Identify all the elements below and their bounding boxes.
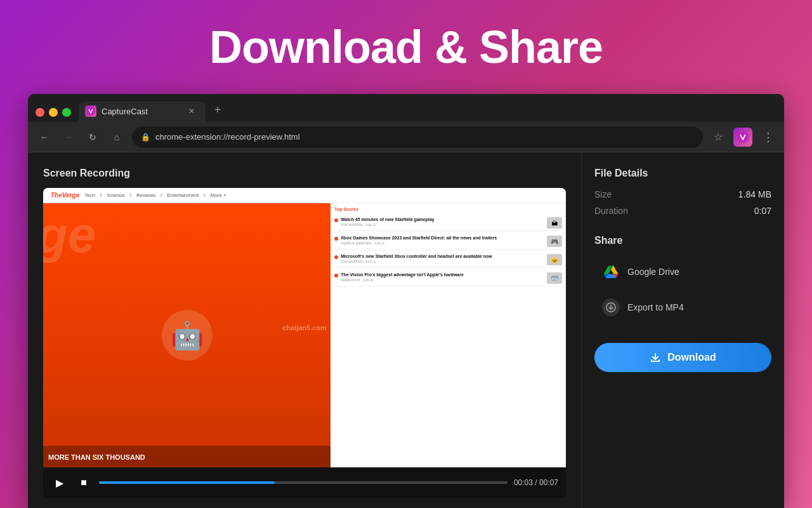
story-text-1: Watch 45 minutes of new Starfield gamepl… (341, 217, 544, 227)
share-title: Share (594, 235, 771, 246)
duration-row: Duration 0:07 (594, 206, 771, 216)
nav-more: More + (211, 192, 226, 198)
verge-logo: TheVerge (51, 192, 79, 199)
svg-point-0 (86, 107, 95, 116)
video-thumbnail: TheVerge Tech / Science / Reviews / Ente… (43, 188, 566, 467)
file-details-section: File Details Size 1.84 MB Duration 0:07 (594, 168, 771, 222)
browser-menu-button[interactable]: ⋮ (759, 128, 776, 146)
page-content: Screen Recording TheVerge Tech / Science… (28, 152, 784, 508)
story-img-3: 🐱 (547, 254, 562, 265)
hero-text: More than six thousand (43, 446, 331, 467)
verge-header: TheVerge Tech / Science / Reviews / Ente… (43, 188, 566, 203)
address-bar: ← → ↻ ⌂ 🔒 chrome-extension://record-prev… (28, 122, 784, 152)
verge-body: ge 🤖 More than six thousand Top Stories (43, 203, 566, 467)
nav-tech: Tech (84, 192, 95, 198)
google-drive-icon (602, 263, 620, 281)
maximize-window-button[interactable] (62, 108, 71, 117)
url-text: chrome-extension://record-preview.html (155, 132, 300, 142)
story-dot-4 (334, 274, 338, 277)
new-tab-button[interactable]: + (208, 100, 227, 119)
size-row: Size 1.84 MB (594, 189, 771, 199)
active-tab[interactable]: CaptureCast ✕ (79, 102, 206, 122)
story-img-1: 🏔 (547, 217, 562, 229)
story-dot (334, 218, 338, 222)
reddit-logo: 🤖 (162, 310, 213, 361)
download-label: Download (667, 352, 716, 363)
share-section: Share Google Drive (594, 235, 771, 328)
video-player: TheVerge Tech / Science / Reviews / Ente… (43, 188, 566, 498)
reload-button[interactable]: ↻ (84, 128, 102, 146)
secure-icon: 🔒 (141, 133, 150, 142)
tab-close-button[interactable]: ✕ (187, 106, 197, 116)
nav-science: Science (107, 192, 124, 198)
minimize-window-button[interactable] (49, 108, 58, 117)
stop-button[interactable]: ■ (75, 474, 93, 491)
nav-slash4: / (204, 192, 205, 198)
story-img-2: 🎮 (547, 236, 562, 247)
export-mp4-icon (602, 298, 620, 316)
progress-fill (99, 481, 275, 484)
back-button[interactable]: ← (36, 128, 53, 146)
video-content: TheVerge Tech / Science / Reviews / Ente… (43, 188, 566, 467)
home-button[interactable]: ⌂ (108, 128, 126, 146)
progress-bar[interactable] (99, 481, 508, 484)
hero-title: Download & Share (209, 21, 603, 73)
forward-button[interactable]: → (60, 128, 77, 146)
nav-entertainment: Entertainment (167, 192, 199, 198)
bookmark-button[interactable]: ☆ (709, 128, 727, 146)
tab-favicon (85, 105, 96, 117)
time-display: 00:03 / 00:07 (514, 478, 558, 487)
nav-slash3: / (160, 192, 162, 198)
duration-label: Duration (594, 206, 628, 216)
export-mp4-option[interactable]: Export to MP4 (594, 292, 771, 323)
story-text-4: The Vision Pro's biggest advantage isn't… (341, 272, 544, 282)
play-button[interactable]: ▶ (51, 474, 69, 491)
traffic-lights (33, 108, 76, 122)
duration-value: 0:07 (754, 206, 771, 216)
right-panel: File Details Size 1.84 MB Duration 0:07 … (581, 152, 784, 508)
tab-bar: CaptureCast ✕ + (28, 94, 784, 122)
story-dot-3 (334, 255, 338, 259)
screen-recording-title: Screen Recording (43, 168, 566, 179)
google-drive-label: Google Drive (627, 267, 679, 277)
extension-icon[interactable] (733, 128, 752, 147)
size-value: 1.84 MB (738, 189, 771, 199)
story-text-2: Xbox Games Showcase 2023 and Starfield D… (341, 236, 544, 245)
story-dot-2 (334, 237, 338, 241)
verge-hero: ge 🤖 More than six thousand (43, 203, 331, 467)
export-mp4-label: Export to MP4 (627, 302, 684, 312)
size-label: Size (594, 189, 612, 199)
video-controls: ▶ ■ 00:03 / 00:07 (43, 467, 566, 498)
left-panel: Screen Recording TheVerge Tech / Science… (28, 152, 581, 508)
nav-slash2: / (130, 192, 131, 198)
story-item-3: Microsoft's new Starfield Xbox controlle… (334, 252, 562, 268)
story-item-1: Watch 45 minutes of new Starfield gamepl… (334, 215, 562, 231)
nav-slash: / (100, 192, 102, 198)
verge-nav: Tech / Science / Reviews / Entertainment… (84, 192, 226, 198)
download-icon (650, 352, 661, 363)
story-item-2: Xbox Games Showcase 2023 and Starfield D… (334, 234, 562, 250)
story-text-3: Microsoft's new Starfield Xbox controlle… (341, 254, 544, 264)
file-details-title: File Details (594, 168, 771, 179)
story-item-4: The Vision Pro's biggest advantage isn't… (334, 271, 562, 286)
close-window-button[interactable] (36, 108, 44, 117)
svg-point-1 (737, 131, 749, 143)
nav-reviews: Reviews (136, 192, 155, 198)
story-img-4: 🥽 (547, 272, 562, 284)
hero-section: Download & Share (0, 0, 812, 94)
google-drive-option[interactable]: Google Drive (594, 257, 771, 287)
download-button[interactable]: Download (594, 343, 771, 372)
url-bar[interactable]: 🔒 chrome-extension://record-preview.html (132, 126, 703, 148)
tab-label: CaptureCast (102, 107, 181, 116)
browser-chrome: CaptureCast ✕ + ← → ↻ ⌂ 🔒 chrome-extensi… (28, 94, 784, 508)
top-stories-label: Top Stories (334, 207, 562, 211)
verge-sidebar: Top Stories Watch 45 minutes of new Star… (331, 203, 566, 467)
